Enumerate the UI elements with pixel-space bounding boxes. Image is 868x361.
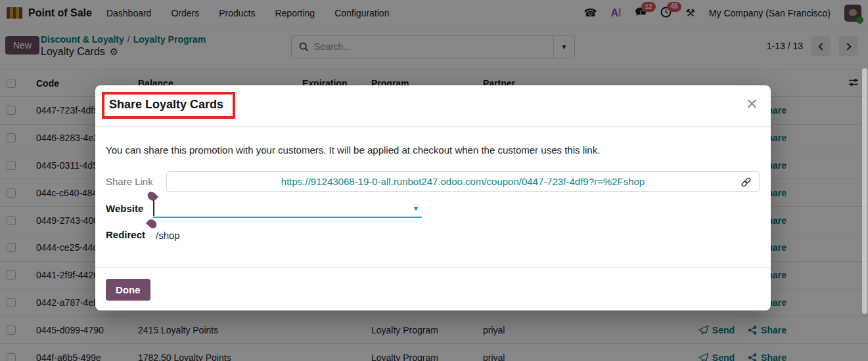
close-icon[interactable]: × bbox=[746, 92, 758, 116]
text-cursor bbox=[153, 200, 154, 216]
done-button[interactable]: Done bbox=[106, 279, 150, 301]
app-window: Point of Sale DashboardOrdersProductsRep… bbox=[0, 0, 868, 361]
share-link-field[interactable]: https://91243068-19-0-all.runbot247.odoo… bbox=[166, 171, 760, 192]
redirect-label: Redirect bbox=[106, 229, 145, 240]
scrollbar-thumb[interactable] bbox=[862, 68, 867, 314]
share-link-label: Share Link bbox=[106, 176, 153, 187]
dialog-footer-divider bbox=[95, 267, 771, 268]
annotation-highlight-box: Share Loyalty Cards bbox=[102, 92, 235, 119]
website-label: Website bbox=[106, 203, 143, 214]
website-field-underline bbox=[153, 217, 422, 218]
share-loyalty-cards-dialog: Share Loyalty Cards × You can share this… bbox=[95, 85, 771, 310]
dialog-header: Share Loyalty Cards × bbox=[95, 85, 771, 127]
text-selection-handle-bottom[interactable] bbox=[146, 217, 158, 230]
dialog-description: You can share this promotion with your c… bbox=[106, 144, 600, 156]
redirect-value[interactable]: /shop bbox=[156, 230, 180, 241]
website-dropdown-caret-icon[interactable]: ▼ bbox=[413, 205, 419, 212]
text-selection-handle-top[interactable] bbox=[146, 190, 158, 202]
coupon-url-link[interactable]: https://91243068-19-0-all.runbot247.odoo… bbox=[281, 176, 645, 187]
copy-link-icon[interactable] bbox=[741, 177, 752, 190]
dialog-title: Share Loyalty Cards bbox=[109, 98, 223, 111]
